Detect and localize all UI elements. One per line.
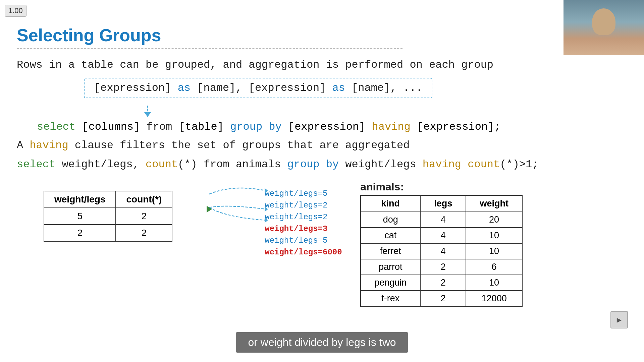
svg-marker-1 — [144, 112, 151, 117]
animals-legs-penguin: 2 — [420, 275, 466, 291]
caption-text: or weight divided by legs is two — [236, 332, 408, 353]
animals-label: animals: — [360, 181, 523, 193]
animals-row-parrot: parrot 2 6 — [361, 259, 522, 275]
result-col-weight-legs: weight/legs — [44, 191, 116, 208]
animals-row-dog: dog 4 20 — [361, 212, 522, 228]
animals-row-cat: cat 4 10 — [361, 228, 522, 243]
animals-weight-parrot: 6 — [466, 259, 522, 275]
animals-row-ferret: ferret 4 10 — [361, 243, 522, 259]
group-label-3: weight/legs=2 — [265, 213, 340, 222]
animals-weight-ferret: 10 — [466, 243, 522, 259]
result-table: weight/legs count(*) 5 2 2 2 — [44, 191, 172, 242]
animals-kind-trex: t-rex — [361, 291, 420, 306]
result-table-wrap: weight/legs count(*) 5 2 2 2 — [44, 191, 172, 242]
play-button[interactable]: ▶ — [610, 311, 628, 328]
result-cell-count-1: 2 — [116, 208, 172, 225]
animals-kind-parrot: parrot — [361, 259, 420, 275]
animals-col-legs: legs — [420, 195, 466, 212]
animals-kind-cat: cat — [361, 228, 420, 243]
svg-marker-5 — [207, 206, 212, 213]
animals-row-penguin: penguin 2 10 — [361, 275, 522, 291]
group-label-1: weight/legs=5 — [265, 189, 340, 198]
animals-legs-dog: 4 — [420, 212, 466, 228]
slide-content: Selecting Groups Rows in a table can be … — [0, 0, 644, 362]
diagram-area: weight/legs=5 weight/legs=2 weight/legs=… — [199, 181, 340, 257]
bottom-section: weight/legs count(*) 5 2 2 2 — [17, 181, 624, 307]
animals-col-weight: weight — [466, 195, 522, 212]
result-row-1: 5 2 — [44, 208, 172, 225]
group-label-2: weight/legs=2 — [265, 201, 340, 210]
syntax-arrow — [141, 106, 154, 118]
group-label-4: weight/legs=3 — [265, 224, 340, 233]
result-col-count: count(*) — [116, 191, 172, 208]
animals-legs-ferret: 4 — [420, 243, 466, 259]
animals-col-kind: kind — [361, 195, 420, 212]
animals-row-trex: t-rex 2 12000 — [361, 291, 522, 306]
animals-section: animals: kind legs weight dog 4 20 — [360, 181, 523, 307]
result-cell-wl-1: 5 — [44, 208, 116, 225]
having-desc: A having clause filters the set of group… — [17, 139, 624, 152]
result-cell-count-2: 2 — [116, 225, 172, 241]
play-icon: ▶ — [617, 315, 622, 325]
animals-legs-trex: 2 — [420, 291, 466, 306]
animals-legs-cat: 4 — [420, 228, 466, 243]
animals-weight-dog: 20 — [466, 212, 522, 228]
group-label-5: weight/legs=5 — [265, 236, 340, 245]
animals-weight-penguin: 10 — [466, 275, 522, 291]
animals-kind-penguin: penguin — [361, 275, 420, 291]
animals-weight-cat: 10 — [466, 228, 522, 243]
group-label-6: weight/legs=6000 — [265, 248, 340, 257]
animals-kind-ferret: ferret — [361, 243, 420, 259]
slide-title: Selecting Groups — [17, 25, 624, 45]
animals-legs-parrot: 2 — [420, 259, 466, 275]
syntax-box: [expression] as [name], [expression] as … — [84, 78, 432, 98]
animals-weight-trex: 12000 — [466, 291, 522, 306]
example-sql: select weight/legs, count(*) from animal… — [17, 158, 624, 171]
animals-table: kind legs weight dog 4 20 cat 4 10 — [360, 195, 523, 307]
title-divider — [17, 48, 402, 49]
sql-template-line: select [columns] from [table] group by [… — [37, 121, 624, 133]
description-text: Rows in a table can be grouped, and aggr… — [17, 59, 624, 71]
result-cell-wl-2: 2 — [44, 225, 116, 241]
result-row-2: 2 2 — [44, 225, 172, 241]
animals-kind-dog: dog — [361, 212, 420, 228]
